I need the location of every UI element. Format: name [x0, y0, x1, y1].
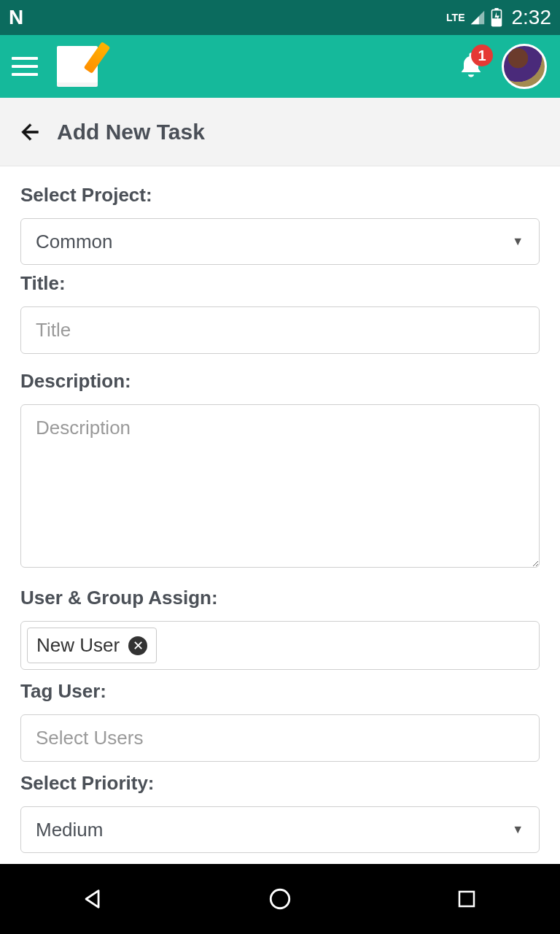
square-recent-icon — [456, 888, 478, 910]
title-label: Title: — [20, 272, 540, 295]
notification-badge: 1 — [471, 45, 493, 66]
tag-user-select[interactable]: Select Users — [20, 714, 540, 762]
assign-chip-label: New User — [36, 634, 120, 657]
network-lte-label: LTE — [446, 12, 464, 23]
svg-point-3 — [271, 889, 289, 908]
project-label: Select Project: — [20, 184, 540, 207]
page-title: Add New Task — [57, 120, 205, 144]
title-input[interactable] — [20, 306, 540, 354]
menu-button[interactable] — [6, 47, 44, 85]
triangle-back-icon — [81, 887, 106, 911]
description-label: Description: — [20, 370, 540, 393]
android-status-bar: N LTE 2:32 — [0, 0, 560, 35]
svg-rect-1 — [494, 8, 498, 10]
assign-chip[interactable]: New User ✕ — [27, 628, 157, 663]
nav-home-button[interactable] — [236, 877, 324, 921]
nav-back-button[interactable] — [50, 877, 137, 921]
remove-chip-icon[interactable]: ✕ — [128, 636, 147, 655]
assign-chipbox[interactable]: New User ✕ — [20, 621, 540, 670]
nav-recent-button[interactable] — [423, 877, 510, 921]
notifications-button[interactable]: 1 — [456, 49, 486, 84]
back-arrow-icon[interactable] — [18, 120, 42, 144]
assign-label: User & Group Assign: — [20, 587, 540, 609]
project-select[interactable]: Common — [20, 218, 540, 265]
signal-icon — [470, 9, 486, 26]
svg-rect-4 — [459, 892, 474, 906]
priority-select[interactable]: Medium — [20, 806, 540, 853]
page-header: Add New Task — [0, 98, 560, 166]
priority-label: Select Priority: — [20, 772, 540, 795]
app-bar: 1 — [0, 35, 560, 98]
tag-label: Tag User: — [20, 680, 540, 703]
avatar[interactable] — [502, 44, 547, 89]
battery-charging-icon — [490, 8, 503, 27]
android-nav-bar — [0, 864, 560, 934]
task-form: Select Project: Common ▼ Title: Descript… — [0, 166, 560, 864]
android-n-icon: N — [9, 6, 23, 28]
description-textarea[interactable] — [20, 404, 540, 568]
svg-rect-2 — [491, 18, 501, 26]
app-logo-icon[interactable] — [57, 46, 98, 87]
status-clock: 2:32 — [512, 6, 552, 29]
circle-home-icon — [268, 887, 292, 911]
